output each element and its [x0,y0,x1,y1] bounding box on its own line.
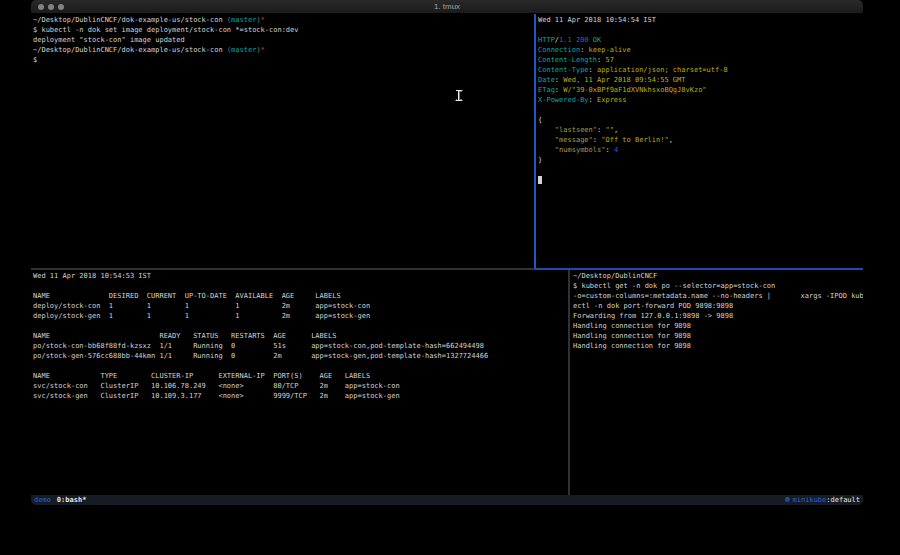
terminal-line: } [538,155,863,165]
terminal-line: Wed 11 Apr 2018 10:54:54 IST [538,15,863,25]
terminal-line: po/stock-gen-576cc688bb-44kmn 1/1 Runnin… [33,351,569,361]
terminal-line: "numsymbols": 4 [538,145,863,155]
kubernetes-helm-icon: ☸ [784,495,790,505]
terminal-line: $ kubectl get -n dok po --selector=app=s… [573,281,863,291]
window-tab-bash[interactable]: 0:bash* [57,495,87,505]
session-name: demo [34,495,51,505]
terminal-window: 1. tmux ~/Desktop/DublinCNCF/dok-example… [31,0,863,505]
terminal-line: deployment "stock-con" image updated [33,35,534,45]
terminal-line: Handling connection for 9898 [573,341,863,351]
pane-divider-vertical-bottom[interactable] [568,270,570,495]
terminal-line: svc/stock-gen ClusterIP 10.109.3.177 <no… [33,391,569,401]
terminal-line: Connection: keep-alive [538,45,863,55]
terminal-line: Date: Wed, 11 Apr 2018 09:54:55 GMT [538,75,863,85]
terminal-line: Handling connection for 9898 [573,321,863,331]
terminal-line: $ [33,55,534,65]
terminal-line: NAME TYPE CLUSTER-IP EXTERNAL-IP PORT(S)… [33,371,569,381]
terminal-line: "message": "Off to Berlin!", [538,135,863,145]
terminal-line: NAME DESIRED CURRENT UP-TO-DATE AVAILABL… [33,291,569,301]
terminal-line: svc/stock-con ClusterIP 10.106.78.249 <n… [33,381,569,391]
terminal-line [538,105,863,115]
pane-top-right-http-response[interactable]: Wed 11 Apr 2018 10:54:54 ISTHTTP/1.1 200… [536,14,863,269]
terminal-line: ~/Desktop/DublinCNCF/dok-example-us/stoc… [33,15,534,25]
status-right: ☸ minikube :default [784,495,860,505]
terminal-line: po/stock-con-bb68f88fd-kzsxz 1/1 Running… [33,341,569,351]
terminal-line: Wed 11 Apr 2018 10:54:53 IST [33,271,569,281]
terminal-line: ectl -n dok port-forward POD 9898:9898 [573,301,863,311]
kube-context: minikube [793,495,827,505]
terminal-line: { [538,115,863,125]
terminal-line: NAME READY STATUS RESTARTS AGE LABELS [33,331,569,341]
terminal-line: Content-Length: 57 [538,55,863,65]
terminal-line: deploy/stock-con 1 1 1 1 2m app=stock-co… [33,301,569,311]
terminal-line: $ kubectl -n dok set image deployment/st… [33,25,534,35]
pane-bottom-right-port-forward[interactable]: ~/Desktop/DublinCNCF$ kubectl get -n dok… [571,270,863,496]
terminal-line: Handling connection for 9898 [573,331,863,341]
pane-top-left-kubectl-set-image[interactable]: ~/Desktop/DublinCNCF/dok-example-us/stoc… [31,14,534,269]
terminal-line [538,175,863,185]
terminal-line [33,281,569,291]
terminal-line: ETag: W/"39-0xBPf9aF1dXVNkhsxoBQgJ8vKzo" [538,85,863,95]
title-bar[interactable]: 1. tmux [31,0,863,14]
mouse-ibeam-cursor [455,90,463,101]
terminal-line [33,321,569,331]
tmux-status-bar: demo 0:bash* ☸ minikube :default [31,495,863,505]
pane-bottom-left-kubectl-get[interactable]: Wed 11 Apr 2018 10:54:53 ISTNAME DESIRED… [31,270,569,496]
terminal-line: X-Powered-By: Express [538,95,863,105]
terminal-line: deploy/stock-gen 1 1 1 1 2m app=stock-ge… [33,311,569,321]
tmux-content: ~/Desktop/DublinCNCF/dok-example-us/stoc… [31,14,863,495]
terminal-line: Forwarding from 127.0.0.1:9898 -> 9898 [573,311,863,321]
kube-namespace: :default [826,495,860,505]
terminal-line [33,361,569,371]
terminal-line: "lastseen": "", [538,125,863,135]
terminal-line: HTTP/1.1 200 OK [538,35,863,45]
terminal-line: ~/Desktop/DublinCNCF/dok-example-us/stoc… [33,45,534,55]
terminal-line: Content-Type: application/json; charset=… [538,65,863,75]
terminal-line [538,165,863,175]
window-title: 1. tmux [31,2,863,11]
terminal-line: -o=custom-columns=:metadata.name --no-he… [573,291,863,301]
terminal-line: ~/Desktop/DublinCNCF [573,271,863,281]
terminal-line [538,25,863,35]
